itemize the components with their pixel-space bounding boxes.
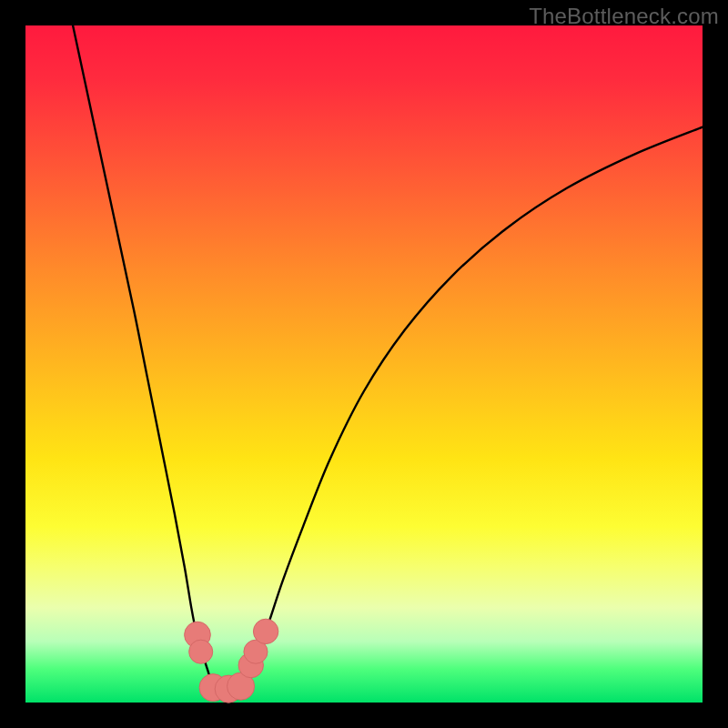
watermark-text: TheBottleneck.com [529, 4, 719, 29]
data-marker [189, 640, 213, 663]
chart-frame: TheBottleneck.com [0, 0, 728, 728]
data-markers [185, 619, 278, 703]
curve-left-branch [73, 25, 212, 682]
curve-right-branch [242, 127, 703, 682]
curves-svg [25, 25, 703, 703]
data-marker [253, 619, 278, 643]
plot-area [25, 25, 703, 703]
